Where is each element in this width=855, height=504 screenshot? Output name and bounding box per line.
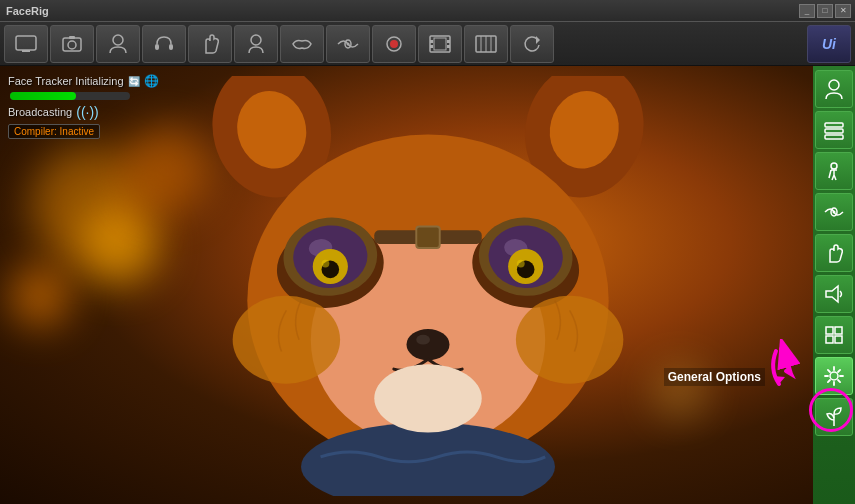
- svg-rect-7: [169, 44, 173, 50]
- screen-capture-btn[interactable]: [4, 25, 48, 63]
- refresh-btn[interactable]: [510, 25, 554, 63]
- svg-point-3: [68, 41, 76, 49]
- svg-point-8: [251, 35, 261, 45]
- svg-rect-16: [447, 40, 450, 43]
- status-row: Compiler: Inactive: [8, 124, 208, 139]
- broadcasting-row: Broadcasting ((·)): [8, 104, 208, 120]
- eye-btn[interactable]: [326, 25, 370, 63]
- svg-marker-59: [826, 286, 838, 302]
- svg-point-12: [390, 40, 398, 48]
- sidebar-motion-btn[interactable]: [815, 152, 853, 190]
- svg-point-46: [406, 329, 449, 360]
- bokeh-light-3: [10, 266, 70, 326]
- svg-point-58: [833, 211, 836, 214]
- svg-point-49: [515, 296, 622, 384]
- window-controls: _ □ ✕: [799, 4, 851, 18]
- sidebar-hand-btn[interactable]: [815, 234, 853, 272]
- sidebar-mic-btn[interactable]: [815, 275, 853, 313]
- hand-btn[interactable]: [188, 25, 232, 63]
- svg-rect-55: [825, 135, 843, 139]
- svg-point-10: [347, 42, 350, 45]
- progress-bar: [10, 92, 76, 100]
- maximize-btn[interactable]: □: [817, 4, 833, 18]
- face-tracker-row: Face Tracker Initializing 🔄 🌐: [8, 74, 208, 88]
- svg-rect-54: [825, 129, 843, 133]
- title-bar: FaceRig _ □ ✕: [0, 0, 855, 22]
- film2-btn[interactable]: [464, 25, 508, 63]
- svg-point-47: [416, 335, 430, 345]
- talk-btn[interactable]: [142, 25, 186, 63]
- sidebar-eye-btn[interactable]: [815, 193, 853, 231]
- film-btn[interactable]: [418, 25, 462, 63]
- svg-rect-17: [447, 45, 450, 48]
- right-sidebar: [813, 66, 855, 504]
- toolbar: Ui: [0, 22, 855, 66]
- svg-point-5: [113, 35, 123, 45]
- mouth-btn[interactable]: [280, 25, 324, 63]
- sidebar-avatar-btn[interactable]: [815, 70, 853, 108]
- minimize-btn[interactable]: _: [799, 4, 815, 18]
- svg-rect-63: [835, 336, 842, 343]
- sidebar-leaf-btn[interactable]: [815, 398, 853, 436]
- window-title: FaceRig: [6, 5, 49, 17]
- svg-rect-53: [825, 123, 843, 127]
- progress-bar-container: [10, 92, 130, 100]
- svg-point-51: [374, 364, 481, 432]
- svg-point-48: [232, 296, 339, 384]
- left-panel: Face Tracker Initializing 🔄 🌐 Broadcasti…: [8, 74, 208, 143]
- main-viewport: Face Tracker Initializing 🔄 🌐 Broadcasti…: [0, 66, 855, 504]
- svg-rect-62: [826, 336, 833, 343]
- sidebar-layers-btn[interactable]: [815, 111, 853, 149]
- svg-rect-60: [826, 327, 833, 334]
- record-btn[interactable]: [372, 25, 416, 63]
- face-tracker-icon: 🌐: [144, 74, 159, 88]
- svg-point-44: [321, 260, 329, 268]
- close-btn[interactable]: ✕: [835, 4, 851, 18]
- ui-btn[interactable]: Ui: [807, 25, 851, 63]
- svg-rect-4: [69, 36, 75, 39]
- status-badge: Compiler: Inactive: [8, 124, 100, 139]
- face-btn[interactable]: [234, 25, 278, 63]
- photo-btn[interactable]: [50, 25, 94, 63]
- panda-face-illustration: [128, 76, 728, 496]
- svg-rect-6: [155, 44, 159, 50]
- svg-rect-18: [434, 38, 446, 50]
- broadcasting-icon: ((·)): [76, 104, 99, 120]
- svg-rect-61: [835, 327, 842, 334]
- broadcasting-label: Broadcasting: [8, 106, 72, 118]
- svg-point-56: [831, 163, 837, 169]
- svg-point-64: [830, 372, 838, 380]
- avatar-btn[interactable]: [96, 25, 140, 63]
- refresh-small-icon: 🔄: [128, 76, 140, 87]
- ui-label: Ui: [822, 36, 836, 52]
- svg-point-45: [516, 260, 524, 268]
- svg-marker-23: [536, 36, 540, 44]
- svg-point-52: [829, 80, 839, 90]
- svg-rect-14: [430, 40, 433, 43]
- svg-rect-15: [430, 45, 433, 48]
- svg-rect-0: [16, 36, 36, 50]
- svg-rect-39: [416, 226, 439, 247]
- sidebar-gear-btn[interactable]: [815, 357, 853, 395]
- sidebar-grid-btn[interactable]: [815, 316, 853, 354]
- face-tracker-label: Face Tracker Initializing: [8, 75, 124, 87]
- svg-rect-1: [22, 50, 30, 52]
